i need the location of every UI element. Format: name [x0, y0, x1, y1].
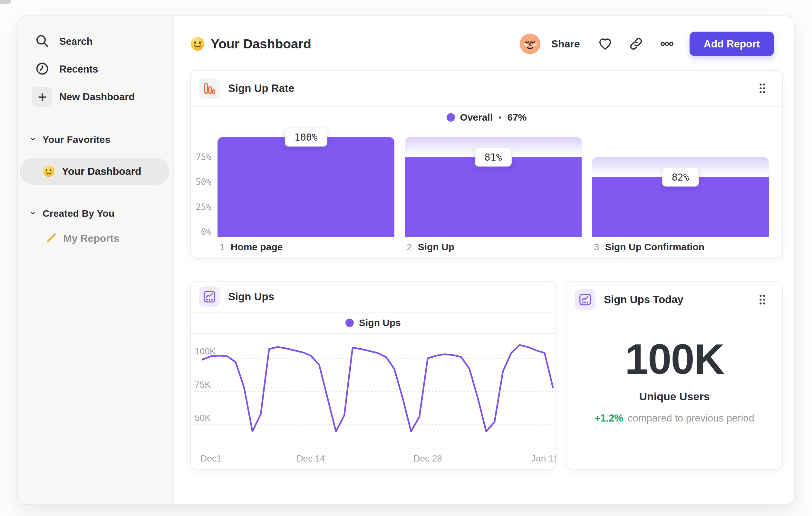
avatar[interactable] [520, 33, 540, 54]
funnel-x-label: 3Sign Up Confirmation [594, 242, 704, 252]
stat-value: 100K [567, 335, 782, 383]
stat-caption: Unique Users [567, 390, 782, 403]
clock-icon [35, 61, 50, 77]
sidebar-item-new-dashboard[interactable]: New Dashboard [18, 83, 173, 111]
section-label: Your Favorites [42, 134, 111, 145]
legend-dot [345, 319, 354, 327]
funnel-bar-fill [218, 137, 395, 237]
funnel-bar: 100% [218, 137, 395, 237]
line-chart-icon [575, 289, 596, 310]
legend-value: 67% [507, 112, 526, 123]
sidebar-item-label: My Reports [63, 233, 119, 244]
card-header: Sign Ups Today [567, 281, 782, 318]
sidebar-item-label: Recents [59, 63, 98, 75]
sidebar-section-created-by-you[interactable]: Created By You [18, 204, 173, 223]
sign-ups-card: Sign Ups Sign Ups 100K75K50KDec1Dec 14De… [190, 281, 556, 469]
sidebar-item-recents[interactable]: Recents [18, 55, 173, 83]
funnel-y-tick: 25% [191, 202, 211, 212]
sidebar-item-search[interactable]: Search [18, 28, 173, 55]
link-icon [629, 36, 643, 51]
y-tick-label: 100K [195, 346, 216, 356]
card-title: Sign Up Rate [228, 82, 747, 94]
sidebar-item-my-reports[interactable]: My Reports [18, 227, 173, 250]
legend-label: Overall [460, 112, 493, 123]
x-tick-label: Dec1 [200, 454, 221, 463]
main-content: Your Dashboard Share [174, 16, 794, 505]
funnel-legend: Overall • 67% [191, 107, 782, 128]
drag-handle-icon[interactable] [755, 81, 770, 96]
background-window-edge [0, 0, 11, 4]
app-window: Search Recents New Dashboard [18, 16, 794, 505]
copy-link-button[interactable] [620, 33, 651, 54]
legend-label: Sign Ups [359, 317, 401, 328]
legend-separator: • [498, 113, 501, 123]
sidebar-item-label: New Dashboard [59, 91, 135, 103]
sidebar-item-label: Your Dashboard [62, 165, 141, 178]
dashboard-title-group: Your Dashboard [190, 36, 311, 52]
smiley-emoji [42, 165, 55, 178]
sign-up-rate-card: Sign Up Rate Overall • 67% 75%50%25%0%10… [190, 70, 783, 259]
dashboard-header: Your Dashboard Share [190, 30, 774, 57]
funnel-chart: 75%50%25%0%100%1Home page81%2Sign Up82%3… [191, 128, 782, 258]
card-title: Sign Ups [228, 291, 543, 303]
favorite-heart-button[interactable] [590, 33, 620, 54]
funnel-x-label: 1Home page [220, 242, 283, 252]
share-button[interactable]: Share [551, 38, 580, 50]
funnel-bar-fill [405, 157, 582, 237]
line-chart: 100K75K50KDec1Dec 14Dec 28Jan 11 [191, 334, 555, 469]
legend-dot [446, 113, 455, 121]
delta-value: +1.2% [594, 412, 623, 424]
y-tick-label: 50K [195, 413, 211, 423]
funnel-y-tick: 0% [191, 227, 211, 236]
funnel-bar: 81% [405, 137, 582, 237]
chevron-down-icon [29, 135, 37, 144]
x-tick-label: Jan 11 [531, 454, 555, 463]
signups-series-line [202, 345, 553, 432]
search-icon [35, 33, 50, 50]
funnel-y-tick: 50% [191, 178, 211, 186]
sidebar-item-your-dashboard-selected[interactable]: Your Dashboard [20, 158, 170, 185]
plus-icon [32, 87, 52, 107]
x-tick-label: Dec 28 [413, 454, 442, 463]
funnel-y-tick: 75% [191, 153, 211, 162]
funnel-value-label: 82% [662, 168, 699, 187]
x-tick-label: Dec 14 [296, 454, 325, 463]
bar-chart-icon [199, 78, 220, 99]
section-label: Created By You [42, 208, 114, 219]
header-actions: Share [520, 32, 774, 56]
card-header: Sign Up Rate [191, 71, 782, 107]
sidebar-section-your-favorites[interactable]: Your Favorites [18, 130, 173, 149]
more-options-button[interactable] [651, 33, 683, 54]
card-header: Sign Ups [191, 281, 555, 313]
pencil-emoji [45, 233, 57, 244]
add-report-button[interactable]: Add Report [690, 32, 774, 56]
smiley-emoji [190, 36, 205, 51]
ellipsis-icon [660, 36, 674, 51]
page-title: Your Dashboard [211, 36, 311, 52]
card-title: Sign Ups Today [604, 294, 747, 306]
line-chart-icon [199, 287, 220, 307]
y-tick-label: 75K [195, 380, 211, 389]
sign-ups-today-card: Sign Ups Today 100K Unique Users +1.2% c… [566, 281, 783, 469]
funnel-x-label: 2Sign Up [407, 242, 454, 252]
stat-delta-row: +1.2% compared to previous period [567, 412, 782, 424]
drag-handle-icon[interactable] [755, 293, 770, 307]
sidebar-item-label: Search [59, 36, 92, 47]
funnel-bar: 82% [592, 137, 769, 237]
chevron-down-icon [29, 209, 37, 218]
delta-caption: compared to previous period [628, 412, 754, 424]
heart-icon [598, 36, 613, 51]
funnel-value-label: 81% [475, 148, 511, 167]
sidebar: Search Recents New Dashboard [18, 16, 174, 505]
line-legend: Sign Ups [191, 313, 555, 334]
funnel-value-label: 100% [285, 128, 327, 147]
